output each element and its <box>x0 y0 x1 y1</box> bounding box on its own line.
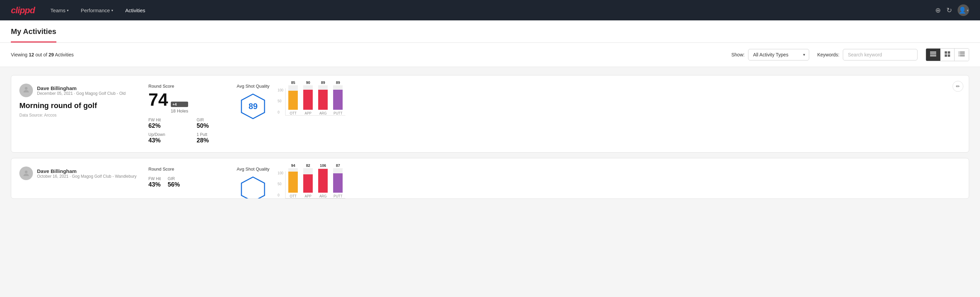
user-date-1: December 05, 2021 · Gog Magog Golf Club … <box>37 91 126 96</box>
navbar: clippd Teams ▾ Performance ▾ Activities … <box>0 0 980 21</box>
svg-rect-8 <box>960 54 965 55</box>
user-info-1: Dave Billingham December 05, 2021 · Gog … <box>37 85 126 96</box>
bar-wrap-arg <box>318 85 328 110</box>
stat-updown: Up/Down 43% <box>148 132 188 144</box>
filter-bar: Viewing 12 out of 29 Activities Show: Al… <box>0 43 980 67</box>
card-quality-2: Avg Shot Quality 100 50 0 94OTT82APP106A… <box>237 166 359 199</box>
data-source-1: Data Source: Arccos <box>19 113 148 118</box>
svg-rect-0 <box>930 52 936 53</box>
svg-rect-12 <box>959 55 959 56</box>
keywords-filter-group: Keywords: <box>817 49 918 61</box>
svg-rect-3 <box>945 51 947 54</box>
stat-1putt: 1 Putt 28% <box>197 132 237 144</box>
score-holes-1: 18 Holes <box>171 109 188 113</box>
brand-logo[interactable]: clippd <box>11 5 35 16</box>
bar-top-label-putt: 87 <box>336 163 340 168</box>
keywords-label: Keywords: <box>817 52 839 57</box>
user-date-2: October 16, 2021 · Gog Magog Golf Club -… <box>37 174 137 179</box>
stat2-fw-hit: FW Hit 43% <box>148 176 161 188</box>
hexagon-value-1: 89 <box>248 102 258 111</box>
avatar-icon: 👤 <box>959 6 966 14</box>
edit-icon: ✏ <box>956 84 960 89</box>
show-filter-group: Show: All Activity Types ▾ <box>732 49 809 61</box>
add-icon[interactable]: ⊕ <box>935 6 941 14</box>
avatar-chevron-icon: ▾ <box>967 8 969 12</box>
user-name-1: Dave Billingham <box>37 85 126 91</box>
bar-col-arg: 89ARG <box>318 81 328 115</box>
user-avatar-1 <box>19 84 33 97</box>
edit-button-1[interactable]: ✏ <box>953 81 963 92</box>
bar-wrap-putt <box>333 85 343 110</box>
svg-marker-16 <box>242 177 264 199</box>
nav-activities[interactable]: Activities <box>121 5 150 16</box>
nav-performance[interactable]: Performance ▾ <box>76 5 118 16</box>
bar-bottom-label-putt: PUTT <box>334 112 342 115</box>
stat-fw-hit: FW Hit 62% <box>148 118 188 129</box>
chart-bars-1: 85OTT90APP89ARG89PUTT <box>285 88 345 115</box>
bar-top-label-ott: 85 <box>291 81 295 85</box>
bar-fill-ott <box>288 172 298 193</box>
bar-bottom-label-arg: ARG <box>319 112 327 115</box>
page-title: My Activities <box>11 21 56 43</box>
bar-col-app: 82APP <box>303 163 313 198</box>
bar-top-label-ott: 94 <box>291 163 295 168</box>
hexagon-1: 89 <box>239 93 267 120</box>
activity-type-select-wrapper[interactable]: All Activity Types ▾ <box>748 49 809 61</box>
teams-chevron-icon: ▾ <box>67 8 68 12</box>
score-badge-1: +4 <box>171 102 188 107</box>
card-stats-1: Round Score 74 +4 18 Holes FW Hit 62% GI… <box>148 84 237 144</box>
stats-grid-1: FW Hit 62% GIR 50% Up/Down 43% 1 Putt 28… <box>148 118 237 144</box>
nav-right: ⊕ ↻ 👤 ▾ <box>935 5 969 16</box>
bar-wrap-ott <box>288 168 298 193</box>
grid-view-button[interactable] <box>940 49 955 61</box>
user-name-2: Dave Billingham <box>37 168 137 174</box>
quality-label-2: Avg Shot Quality <box>237 166 270 172</box>
stats-row-2: FW Hit 43% GIR 56% <box>148 176 237 188</box>
y-label-0: 0 <box>278 110 283 114</box>
bar-fill-arg <box>318 169 328 192</box>
svg-rect-4 <box>948 51 950 54</box>
search-input[interactable] <box>843 49 918 61</box>
bar-wrap-app <box>303 85 313 110</box>
list-full-view-button[interactable] <box>955 49 969 61</box>
stat2-gir: GIR 56% <box>168 176 180 188</box>
activity-type-select[interactable]: All Activity Types <box>748 49 809 61</box>
user-avatar[interactable]: 👤 ▾ <box>958 5 969 16</box>
card-quality-1: Avg Shot Quality 89 100 50 0 <box>237 84 359 120</box>
bar-bottom-label-ott: OTT <box>290 194 296 198</box>
bar-wrap-arg <box>318 168 328 193</box>
hexagon-2 <box>239 176 267 199</box>
svg-rect-10 <box>959 52 959 53</box>
card-user-2: Dave Billingham October 16, 2021 · Gog M… <box>19 166 148 180</box>
activities-list: ✏ Dave Billingham December 05, 2021 · Go… <box>0 67 980 207</box>
view-toggle <box>926 48 969 61</box>
y-label-50: 50 <box>278 99 283 103</box>
nav-teams[interactable]: Teams ▾ <box>46 5 73 16</box>
svg-rect-7 <box>960 52 965 53</box>
user-avatar-2 <box>19 166 33 180</box>
grid-icon <box>945 51 950 58</box>
refresh-icon[interactable]: ↻ <box>947 6 952 14</box>
activity-title-1: Morning round of golf <box>19 101 148 110</box>
stat-gir: GIR 50% <box>197 118 237 129</box>
bar-col-ott: 94OTT <box>288 163 298 198</box>
bar-wrap-app <box>303 168 313 193</box>
bar-col-putt: 89PUTT <box>333 81 343 115</box>
svg-rect-11 <box>959 54 959 55</box>
card-user-1: Dave Billingham December 05, 2021 · Gog … <box>19 84 148 97</box>
bar-wrap-ott <box>288 85 298 110</box>
bar-wrap-putt <box>333 168 343 193</box>
bar-fill-app <box>303 174 313 193</box>
list-compact-view-button[interactable] <box>926 49 940 61</box>
page-header: My Activities <box>0 21 980 43</box>
y-label-100: 100 <box>278 88 283 92</box>
svg-point-13 <box>25 87 27 90</box>
card-stats-2: Round Score FW Hit 43% GIR 56% <box>148 166 237 188</box>
performance-chevron-icon: ▾ <box>111 8 113 12</box>
bar-top-label-arg: 89 <box>321 81 325 85</box>
activity-card-1: ✏ Dave Billingham December 05, 2021 · Go… <box>11 75 969 153</box>
bar-top-label-app: 90 <box>306 81 310 85</box>
bar-top-label-arg: 106 <box>320 163 326 168</box>
bar-bottom-label-arg: ARG <box>319 194 327 198</box>
list-full-icon <box>959 52 965 58</box>
